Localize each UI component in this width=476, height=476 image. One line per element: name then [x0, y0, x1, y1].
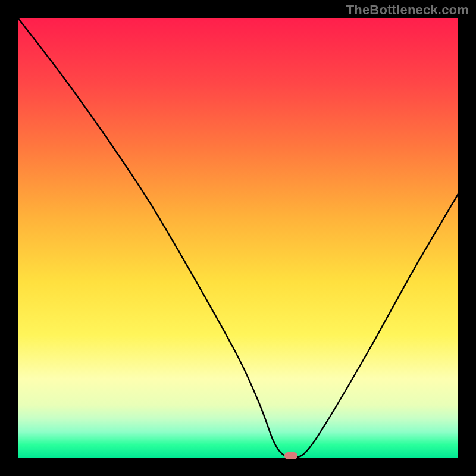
plot-area	[18, 18, 458, 458]
watermark-text: TheBottleneck.com	[346, 2, 469, 18]
optimal-marker	[284, 452, 298, 459]
bottleneck-curve	[18, 18, 458, 458]
chart-frame: TheBottleneck.com	[0, 0, 476, 476]
